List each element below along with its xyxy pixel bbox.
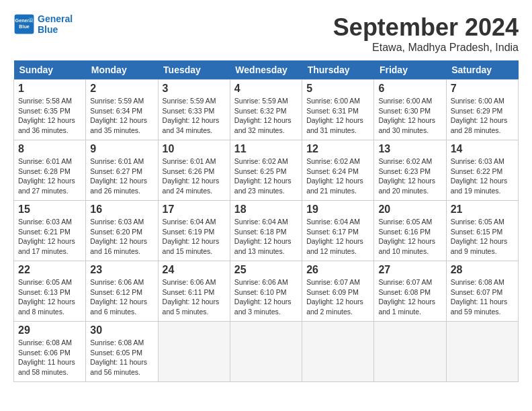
calendar-cell: 20Sunrise: 6:05 AM Sunset: 6:16 PM Dayli… (374, 201, 446, 261)
day-number: 27 (378, 264, 441, 276)
day-number: 9 (90, 143, 153, 155)
calendar-cell: 27Sunrise: 6:07 AM Sunset: 6:08 PM Dayli… (374, 261, 446, 322)
day-info: Sunrise: 6:03 AM Sunset: 6:20 PM Dayligh… (90, 217, 153, 257)
day-number: 29 (18, 324, 81, 336)
day-number: 20 (378, 203, 441, 216)
weekday-header-thursday: Thursday (302, 60, 374, 80)
day-info: Sunrise: 6:03 AM Sunset: 6:21 PM Dayligh… (18, 217, 81, 257)
calendar-cell: 3Sunrise: 5:59 AM Sunset: 6:33 PM Daylig… (158, 80, 230, 140)
weekday-header-monday: Monday (86, 60, 158, 80)
calendar-cell: 21Sunrise: 6:05 AM Sunset: 6:15 PM Dayli… (446, 201, 518, 261)
calendar-cell (230, 322, 302, 382)
calendar-cell: 18Sunrise: 6:04 AM Sunset: 6:18 PM Dayli… (230, 201, 302, 261)
day-info: Sunrise: 6:01 AM Sunset: 6:28 PM Dayligh… (18, 156, 81, 196)
day-number: 15 (18, 203, 81, 216)
day-number: 3 (163, 83, 226, 95)
day-info: Sunrise: 6:05 AM Sunset: 6:13 PM Dayligh… (18, 277, 81, 317)
calendar-cell: 13Sunrise: 6:02 AM Sunset: 6:23 PM Dayli… (374, 140, 446, 201)
day-number: 2 (90, 83, 153, 95)
calendar-cell: 24Sunrise: 6:06 AM Sunset: 6:11 PM Dayli… (158, 261, 230, 322)
calendar-cell (158, 322, 230, 382)
calendar-cell: 9Sunrise: 6:01 AM Sunset: 6:27 PM Daylig… (86, 140, 158, 201)
day-number: 26 (306, 264, 369, 276)
calendar-cell: 15Sunrise: 6:03 AM Sunset: 6:21 PM Dayli… (14, 201, 86, 261)
day-info: Sunrise: 6:06 AM Sunset: 6:10 PM Dayligh… (234, 277, 298, 317)
day-number: 18 (234, 203, 298, 216)
weekday-header-sunday: Sunday (14, 60, 86, 80)
calendar-cell: 29Sunrise: 6:08 AM Sunset: 6:06 PM Dayli… (14, 322, 86, 382)
day-info: Sunrise: 6:04 AM Sunset: 6:17 PM Dayligh… (306, 217, 369, 257)
day-info: Sunrise: 6:05 AM Sunset: 6:15 PM Dayligh… (451, 217, 514, 257)
day-info: Sunrise: 5:59 AM Sunset: 6:32 PM Dayligh… (234, 96, 298, 136)
day-info: Sunrise: 6:08 AM Sunset: 6:07 PM Dayligh… (451, 277, 514, 317)
calendar-cell: 30Sunrise: 6:08 AM Sunset: 6:05 PM Dayli… (86, 322, 158, 382)
month-title: September 2024 (333, 13, 519, 42)
calendar-week-1: 1Sunrise: 5:58 AM Sunset: 6:35 PM Daylig… (14, 80, 519, 140)
day-number: 23 (90, 264, 153, 276)
day-info: Sunrise: 6:01 AM Sunset: 6:26 PM Dayligh… (163, 156, 226, 196)
day-info: Sunrise: 6:01 AM Sunset: 6:27 PM Dayligh… (90, 156, 153, 196)
day-info: Sunrise: 6:03 AM Sunset: 6:22 PM Dayligh… (451, 156, 514, 196)
day-number: 13 (378, 143, 441, 155)
day-number: 5 (306, 83, 369, 95)
day-number: 28 (451, 264, 514, 276)
calendar-cell: 17Sunrise: 6:04 AM Sunset: 6:19 PM Dayli… (158, 201, 230, 261)
calendar-cell: 26Sunrise: 6:07 AM Sunset: 6:09 PM Dayli… (302, 261, 374, 322)
calendar-week-4: 22Sunrise: 6:05 AM Sunset: 6:13 PM Dayli… (14, 261, 519, 322)
day-info: Sunrise: 6:02 AM Sunset: 6:23 PM Dayligh… (378, 156, 441, 196)
calendar-cell: 19Sunrise: 6:04 AM Sunset: 6:17 PM Dayli… (302, 201, 374, 261)
calendar-cell (302, 322, 374, 382)
calendar-cell: 4Sunrise: 5:59 AM Sunset: 6:32 PM Daylig… (230, 80, 302, 140)
logo-icon: General Blue (13, 13, 35, 35)
logo-blue: Blue (38, 24, 73, 35)
day-number: 4 (234, 83, 298, 95)
day-info: Sunrise: 5:59 AM Sunset: 6:33 PM Dayligh… (163, 96, 226, 136)
day-number: 25 (234, 264, 298, 276)
location-title: Etawa, Madhya Pradesh, India (333, 42, 519, 54)
calendar-header-row: SundayMondayTuesdayWednesdayThursdayFrid… (14, 60, 519, 80)
calendar-cell: 6Sunrise: 6:00 AM Sunset: 6:30 PM Daylig… (374, 80, 446, 140)
weekday-header-friday: Friday (374, 60, 446, 80)
day-number: 7 (451, 83, 514, 95)
calendar-cell: 8Sunrise: 6:01 AM Sunset: 6:28 PM Daylig… (14, 140, 86, 201)
calendar-table: SundayMondayTuesdayWednesdayThursdayFrid… (13, 60, 519, 382)
day-info: Sunrise: 6:05 AM Sunset: 6:16 PM Dayligh… (378, 217, 441, 257)
day-info: Sunrise: 6:08 AM Sunset: 6:06 PM Dayligh… (18, 338, 81, 377)
calendar-week-5: 29Sunrise: 6:08 AM Sunset: 6:06 PM Dayli… (14, 322, 519, 382)
calendar-cell: 16Sunrise: 6:03 AM Sunset: 6:20 PM Dayli… (86, 201, 158, 261)
calendar-week-3: 15Sunrise: 6:03 AM Sunset: 6:21 PM Dayli… (14, 201, 519, 261)
day-number: 22 (18, 264, 81, 276)
day-number: 11 (234, 143, 298, 155)
day-number: 17 (163, 203, 226, 216)
day-number: 16 (90, 203, 153, 216)
calendar-cell: 10Sunrise: 6:01 AM Sunset: 6:26 PM Dayli… (158, 140, 230, 201)
calendar-cell: 12Sunrise: 6:02 AM Sunset: 6:24 PM Dayli… (302, 140, 374, 201)
day-number: 10 (163, 143, 226, 155)
day-info: Sunrise: 6:00 AM Sunset: 6:31 PM Dayligh… (306, 96, 369, 136)
svg-text:Blue: Blue (19, 24, 30, 30)
calendar-cell: 28Sunrise: 6:08 AM Sunset: 6:07 PM Dayli… (446, 261, 518, 322)
calendar-cell (446, 322, 518, 382)
day-info: Sunrise: 5:59 AM Sunset: 6:34 PM Dayligh… (90, 96, 153, 136)
day-number: 14 (451, 143, 514, 155)
day-info: Sunrise: 6:02 AM Sunset: 6:25 PM Dayligh… (234, 156, 298, 196)
day-number: 24 (163, 264, 226, 276)
weekday-header-wednesday: Wednesday (230, 60, 302, 80)
calendar-cell: 7Sunrise: 6:00 AM Sunset: 6:29 PM Daylig… (446, 80, 518, 140)
page-header: General Blue General Blue September 2024… (13, 13, 519, 54)
logo: General Blue General Blue (13, 13, 73, 35)
day-number: 19 (306, 203, 369, 216)
day-info: Sunrise: 6:08 AM Sunset: 6:05 PM Dayligh… (90, 338, 153, 377)
calendar-cell: 14Sunrise: 6:03 AM Sunset: 6:22 PM Dayli… (446, 140, 518, 201)
day-info: Sunrise: 6:06 AM Sunset: 6:12 PM Dayligh… (90, 277, 153, 317)
calendar-cell: 23Sunrise: 6:06 AM Sunset: 6:12 PM Dayli… (86, 261, 158, 322)
calendar-week-2: 8Sunrise: 6:01 AM Sunset: 6:28 PM Daylig… (14, 140, 519, 201)
calendar-cell (374, 322, 446, 382)
calendar-cell: 25Sunrise: 6:06 AM Sunset: 6:10 PM Dayli… (230, 261, 302, 322)
calendar-cell: 11Sunrise: 6:02 AM Sunset: 6:25 PM Dayli… (230, 140, 302, 201)
day-number: 6 (378, 83, 441, 95)
day-info: Sunrise: 6:00 AM Sunset: 6:30 PM Dayligh… (378, 96, 441, 136)
day-number: 21 (451, 203, 514, 216)
day-number: 8 (18, 143, 81, 155)
day-info: Sunrise: 6:04 AM Sunset: 6:19 PM Dayligh… (163, 217, 226, 257)
